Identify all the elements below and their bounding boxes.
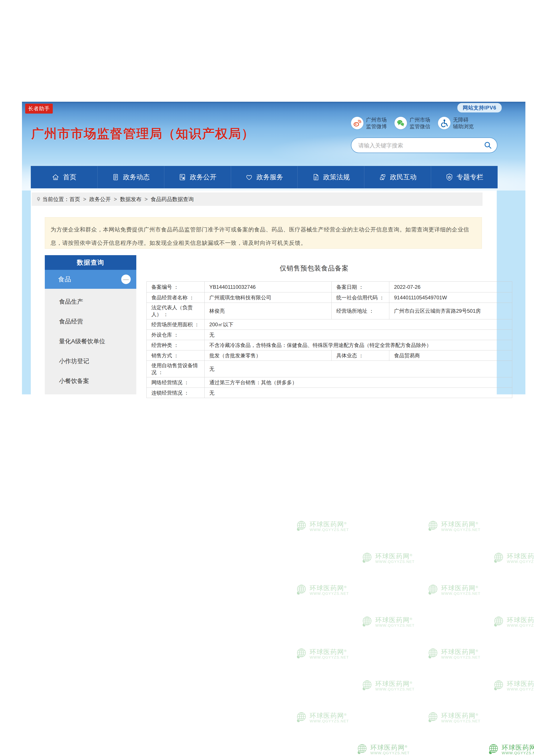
record-panel: 仅销售预包装食品备案 备案编号 ： YB14401110032746 备案日期 … [146, 255, 482, 398]
sidebar-item-food-operation[interactable]: 食品经营 [45, 311, 136, 332]
accessibility-label: 无障碍 辅助浏览 [453, 116, 474, 130]
record-label: 销售方式 ： [147, 350, 205, 361]
globe-icon [295, 711, 308, 723]
record-table: 备案编号 ： YB14401110032746 备案日期 ： 2022-07-2… [146, 282, 512, 398]
globe-icon [295, 647, 308, 660]
globe-icon [295, 520, 308, 532]
sidebar-title: 数据查询 [45, 255, 136, 270]
globe-icon [361, 615, 373, 628]
nav-home[interactable]: 首页 [31, 166, 97, 188]
news-doc-icon [112, 173, 119, 181]
record-value: YB14401110032746 [205, 282, 332, 292]
record-label: 备案日期 ： [332, 282, 389, 292]
breadcrumb-home[interactable]: 首页 [69, 196, 80, 203]
globe-icon [492, 615, 505, 628]
watermark: 环球医药网® WWW.QGYYZS.NET [295, 710, 360, 724]
record-value: 食品贸易商 [389, 350, 512, 361]
sidebar-item-small-catering[interactable]: 小餐饮备案 [45, 371, 136, 391]
breadcrumb-disclosure[interactable]: 政务公开 [89, 196, 111, 203]
accessibility-icon [438, 117, 450, 129]
watermark: 环球医药网® WWW.QGYYZS.NET [356, 742, 420, 756]
record-value: 批发（含批发兼零售） [205, 350, 332, 361]
record-value: 广州市白云区云城街齐富路29号501房 [389, 303, 512, 319]
site-title: 广州市市场监督管理局（知识产权局） [31, 125, 255, 142]
table-row: 连锁经营情况 ： 无 [147, 388, 512, 398]
nav-policies-label: 政策法规 [323, 173, 350, 182]
watermark: 环球医药网® WWW.QGYYZS.NET [426, 710, 491, 724]
nav-services[interactable]: 政务服务 [231, 166, 297, 188]
globe-icon [356, 743, 368, 755]
breadcrumb-separator: > [114, 196, 117, 202]
accessibility-link[interactable]: 无障碍 辅助浏览 [438, 116, 474, 130]
sidebar: 数据查询 食品 — 食品生产 食品经营 量化A级餐饮单位 小作坊登记 小餐饮备案 [45, 255, 136, 394]
nav-specials-label: 专题专栏 [457, 173, 483, 182]
breadcrumb: 当前位置： 首页 > 政务公开 > 数据发布 > 食品药品数据查询 [32, 192, 483, 206]
breadcrumb-data-release[interactable]: 数据发布 [120, 196, 141, 203]
breadcrumb-separator: > [144, 196, 148, 202]
record-value: 91440111054549701W [389, 292, 512, 303]
table-row: 备案编号 ： YB14401110032746 备案日期 ： 2022-07-2… [147, 282, 512, 292]
breadcrumb-separator: > [83, 196, 86, 202]
watermark: 环球医药网® WWW.QGYYZS.NET [426, 519, 491, 533]
watermark: 环球医药网® WWW.QGYYZS.NET [487, 742, 534, 756]
home-icon [52, 173, 60, 181]
nav-interaction-label: 政民互动 [390, 173, 417, 182]
watermark: 环球医药网® WWW.QGYYZS.NET [492, 678, 534, 692]
weibo-label: 广州市场 监管微博 [366, 116, 387, 130]
watermark: 环球医药网® WWW.QGYYZS.NET [492, 551, 534, 565]
watermark: 环球医药网® WWW.QGYYZS.NET [295, 583, 360, 597]
breadcrumb-prefix: 当前位置： [42, 196, 69, 203]
webpage-screenshot: 长者助手 网站支持IPV6 广州市市场监督管理局（知识产权局） 广州市场 监管微… [22, 102, 525, 394]
sidebar-item-grade-a-catering[interactable]: 量化A级餐饮单位 [45, 332, 136, 351]
collapse-minus-icon[interactable]: — [121, 275, 131, 284]
sidebar-submenu: 食品生产 食品经营 量化A级餐饮单位 小作坊登记 小餐饮备案 [45, 289, 136, 394]
record-value: 通过第三方平台销售：其他（拼多多） [205, 377, 512, 388]
watermark: 环球医药网® WWW.QGYYZS.NET [426, 583, 491, 597]
ipv6-badge: 网站支持IPV6 [457, 103, 502, 113]
nav-disclosure-label: 政务公开 [190, 173, 216, 182]
globe-icon [295, 583, 308, 596]
search-icon[interactable] [484, 141, 492, 149]
sidebar-item-food[interactable]: 食品 — [45, 270, 136, 289]
wechat-label: 广州市场 监管微信 [410, 116, 430, 130]
watermark: 环球医药网® WWW.QGYYZS.NET [492, 615, 534, 629]
table-row: 经营种类 ： 不含冷藏冷冻食品，含特殊食品：保健食品、特殊医学用途配方食品（特定… [147, 340, 512, 350]
nav-policies[interactable]: 政策法规 [297, 166, 364, 188]
record-value: 林俊亮 [205, 303, 332, 319]
search-input[interactable] [358, 139, 479, 152]
sidebar-item-small-workshop[interactable]: 小作坊登记 [45, 351, 136, 371]
record-value: 广州观琪生物科技有限公司 [205, 292, 332, 303]
nav-interaction[interactable]: 政民互动 [364, 166, 431, 188]
globe-icon [492, 552, 505, 564]
record-label: 经营种类 ： [147, 340, 205, 350]
table-row: 外设仓库 ： 无 [147, 330, 512, 340]
nav-specials[interactable]: 专题专栏 [431, 166, 497, 188]
globe-icon [426, 583, 439, 596]
watermark: 环球医药网® WWW.QGYYZS.NET [295, 519, 360, 533]
page-body: 当前位置： 首页 > 政务公开 > 数据发布 > 食品药品数据查询 为方便企业和… [22, 191, 525, 394]
watermark: 环球医药网® WWW.QGYYZS.NET [426, 647, 491, 660]
header-banner: 长者助手 网站支持IPV6 广州市市场监督管理局（知识产权局） 广州市场 监管微… [22, 102, 525, 191]
record-label: 网络经营情况 ： [147, 377, 205, 388]
wechat-link[interactable]: 广州市场 监管微信 [394, 116, 430, 130]
nav-news-label: 政务动态 [123, 173, 150, 182]
sidebar-item-food-label: 食品 [58, 275, 71, 284]
elder-assist-button[interactable]: 长者助手 [25, 104, 53, 114]
wechat-icon [394, 117, 407, 129]
record-value: 无 [205, 361, 512, 377]
nav-news[interactable]: 政务动态 [97, 166, 164, 188]
record-value: 200㎡以下 [205, 319, 512, 330]
interaction-icon [379, 173, 387, 181]
breadcrumb-current[interactable]: 食品药品数据查询 [151, 196, 194, 203]
table-row: 使用自动售货设备情况 ： 无 [147, 361, 512, 377]
watermark: 环球医药网® WWW.QGYYZS.NET [361, 678, 425, 692]
nav-disclosure[interactable]: 政务公开 [164, 166, 231, 188]
table-row: 法定代表人（负责人） ： 林俊亮 经营场所地址 ： 广州市白云区云城街齐富路29… [147, 303, 512, 319]
record-label: 食品经营者名称 ： [147, 292, 205, 303]
watermark: 环球医药网® WWW.QGYYZS.NET [295, 647, 360, 660]
table-row: 食品经营者名称 ： 广州观琪生物科技有限公司 统一社会信用代码 ： 914401… [147, 292, 512, 303]
heart-icon [245, 173, 253, 181]
sidebar-item-food-production[interactable]: 食品生产 [45, 292, 136, 311]
weibo-link[interactable]: 广州市场 监管微博 [351, 116, 387, 130]
disclaimer-notice: 为方便企业和群众，本网站免费提供广州市食品药品监管部门准予许可或备案的食品、药品… [45, 217, 482, 249]
